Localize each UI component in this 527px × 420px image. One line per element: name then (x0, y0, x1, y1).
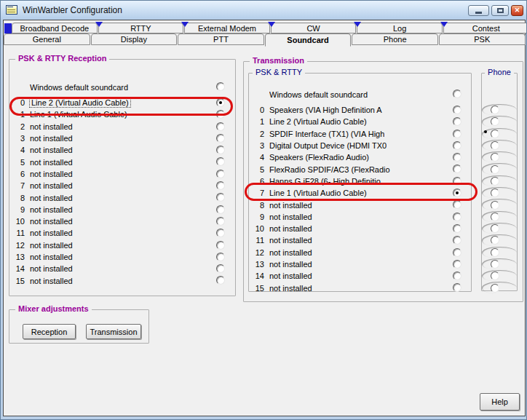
phone-option-row-5[interactable] (482, 163, 517, 175)
help-button[interactable]: Help (480, 393, 520, 411)
phone-radio-9[interactable] (491, 213, 499, 221)
phone-option-row-1[interactable] (482, 116, 517, 127)
transmission-psk-option-row-6[interactable]: 6Hanns.G iF28 (6- High Definitio (254, 175, 467, 187)
reception-option-row-10[interactable]: 10not installed (15, 215, 231, 227)
phone-option-row-6[interactable] (482, 175, 517, 187)
transmission-psk-option-row-9[interactable]: 9not installed (254, 211, 467, 223)
transmission-psk-option-row-3[interactable]: 3Digital Output Device (HDMI TX0 (254, 140, 467, 151)
reception-radio-8[interactable] (216, 193, 225, 202)
transmission-psk-option-row-1[interactable]: 1Line 2 (Virtual Audio Cable) (254, 116, 467, 127)
reception-radio-6[interactable] (216, 170, 225, 178)
transmission-psk-option-row-5[interactable]: 5FlexRadio SPDIF/AC3 (FlexRadio (254, 163, 467, 175)
close-button[interactable]: ✕ (511, 5, 523, 16)
transmission-psk-radio-7[interactable] (453, 189, 461, 197)
phone-radio-2[interactable] (491, 130, 499, 138)
transmission-psk-option-row-2[interactable]: 2SPDIF Interface (TX1) (VIA High (254, 128, 467, 140)
transmission-psk-radio-2[interactable] (453, 130, 461, 138)
transmission-psk-radio-15[interactable] (453, 283, 461, 292)
transmission-psk-option-row-12[interactable]: 12not installed (254, 247, 467, 258)
mixer-reception-button[interactable]: Reception (23, 324, 76, 339)
transmission-psk-option-row-8[interactable]: 8not installed (254, 199, 467, 210)
phone-option-row-13[interactable] (482, 258, 517, 270)
transmission-psk-option-row-14[interactable]: 14not installed (254, 270, 467, 282)
reception-radio-13[interactable] (216, 253, 225, 261)
transmission-psk-radio-5[interactable] (453, 165, 461, 173)
transmission-psk-option-row-4[interactable]: 4Speakers (FlexRadio Audio) (254, 151, 467, 163)
transmission-psk-option-row-0[interactable]: 0Speakers (VIA High Definition A (254, 104, 467, 116)
phone-option-row-7[interactable] (482, 187, 517, 199)
tab-general[interactable]: General (4, 33, 90, 45)
transmission-psk-radio-9[interactable] (453, 213, 461, 221)
minimize-button[interactable] (468, 5, 489, 16)
phone-radio-5[interactable] (491, 165, 499, 174)
tab-cw[interactable]: CW (271, 23, 357, 33)
reception-default-row[interactable]: Windows default soundcard (15, 81, 231, 93)
transmission-psk-radio-0[interactable] (453, 106, 461, 114)
reception-option-row-6[interactable]: 6not installed (15, 168, 231, 180)
transmission-psk-radio-12[interactable] (453, 248, 461, 257)
reception-option-row-14[interactable]: 14not installed (15, 263, 231, 274)
phone-option-row-11[interactable] (482, 234, 517, 246)
phone-option-row-14[interactable] (482, 270, 517, 282)
reception-radio-10[interactable] (216, 217, 225, 226)
transmission-psk-option-row-7[interactable]: 7Line 1 (Virtual Audio Cable) (254, 187, 467, 199)
transmission-psk-radio-3[interactable] (453, 141, 461, 150)
reception-radio-12[interactable] (216, 241, 225, 250)
reception-radio-2[interactable] (216, 122, 225, 131)
transmission-psk-option-row-13[interactable]: 13not installed (254, 258, 467, 270)
tab-soundcard[interactable]: Soundcard (265, 33, 352, 47)
tab-broadband-decode[interactable]: Broadband Decode (12, 23, 98, 33)
tab-phone[interactable]: Phone (352, 33, 438, 45)
phone-option-row-8[interactable] (482, 199, 517, 210)
transmission-psk-option-row-11[interactable]: 11not installed (254, 234, 467, 246)
transmission-psk-radio-6[interactable] (453, 177, 461, 186)
reception-radio-5[interactable] (216, 157, 225, 166)
transmission-psk-radio-11[interactable] (453, 236, 461, 245)
tab-contest[interactable]: Contest (443, 23, 527, 33)
phone-option-row-9[interactable] (482, 211, 517, 223)
transmission-psk-default-row[interactable]: Windows default soundcard (254, 88, 467, 100)
tab-rtty[interactable]: RTTY (98, 23, 184, 33)
transmission-psk-option-row-10[interactable]: 10not installed (254, 223, 467, 234)
phone-radio-10[interactable] (491, 224, 499, 233)
phone-option-row-12[interactable] (482, 247, 517, 258)
phone-radio-12[interactable] (491, 248, 499, 257)
transmission-psk-option-row-15[interactable]: 15not installed (254, 282, 467, 293)
transmission-psk-radio-default[interactable] (453, 90, 461, 98)
phone-radio-0[interactable] (491, 106, 499, 114)
reception-radio-7[interactable] (216, 181, 225, 190)
reception-option-row-12[interactable]: 12not installed (15, 239, 231, 251)
reception-option-row-8[interactable]: 8not installed (15, 191, 231, 203)
reception-option-row-3[interactable]: 3not installed (15, 132, 231, 144)
phone-radio-8[interactable] (491, 201, 499, 210)
reception-option-row-15[interactable]: 15not installed (15, 274, 231, 286)
reception-option-row-4[interactable]: 4not installed (15, 144, 231, 156)
phone-radio-7[interactable] (491, 189, 499, 197)
transmission-psk-radio-8[interactable] (453, 200, 461, 209)
mixer-transmission-button[interactable]: Transmission (86, 324, 141, 339)
reception-radio-3[interactable] (216, 134, 225, 143)
phone-radio-3[interactable] (491, 141, 499, 150)
tab-external-modem[interactable]: External Modem (184, 23, 270, 33)
phone-radio-1[interactable] (491, 117, 499, 126)
phone-radio-6[interactable] (491, 177, 499, 186)
transmission-psk-radio-4[interactable] (453, 153, 461, 162)
reception-option-row-5[interactable]: 5not installed (15, 156, 231, 167)
reception-option-row-7[interactable]: 7not installed (15, 180, 231, 191)
transmission-psk-radio-14[interactable] (453, 272, 461, 280)
reception-option-row-13[interactable]: 13not installed (15, 251, 231, 263)
phone-radio-15[interactable] (491, 284, 499, 293)
phone-option-row-0[interactable] (482, 104, 517, 116)
transmission-psk-radio-1[interactable] (453, 117, 461, 126)
reception-radio-0[interactable] (216, 98, 225, 107)
reception-radio-15[interactable] (216, 276, 225, 285)
reception-option-row-2[interactable]: 2not installed (15, 121, 231, 132)
phone-radio-11[interactable] (491, 236, 499, 245)
reception-radio-4[interactable] (216, 146, 225, 154)
phone-option-row-10[interactable] (482, 223, 517, 234)
reception-radio-1[interactable] (216, 110, 225, 119)
reception-option-row-9[interactable]: 9not installed (15, 204, 231, 215)
reception-option-row-11[interactable]: 11not installed (15, 227, 231, 239)
tab-display[interactable]: Display (91, 33, 178, 45)
maximize-button[interactable] (491, 5, 509, 16)
